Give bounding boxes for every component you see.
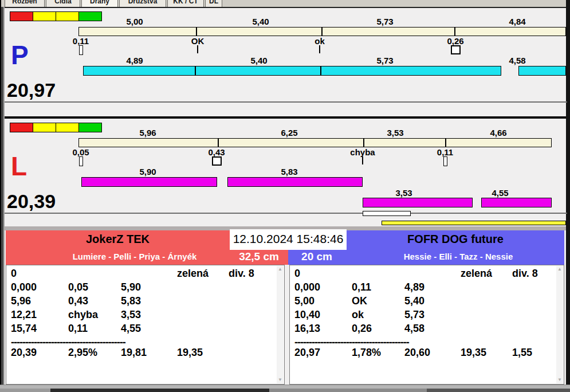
lane-l-bottom-line xyxy=(5,213,567,214)
planned-splits-ruler xyxy=(78,27,566,36)
result-cell: 0,43 xyxy=(68,295,88,307)
result-cell: 0 xyxy=(11,268,17,280)
tab-strip: RozbehCidlaDráhyDruzstvaKK / CTDL xyxy=(0,0,570,8)
team-left-subheader: Lumiere - Pelli - Priya - Árnyék 32,5 cm xyxy=(6,250,288,265)
run-split-label: 4,58 xyxy=(509,56,525,65)
list-scrollbar[interactable]: ▲▼ xyxy=(277,266,284,383)
mark-box-marker xyxy=(212,156,222,166)
result-cell: chyba xyxy=(68,309,98,321)
scroll-down-icon[interactable]: ▼ xyxy=(277,377,284,383)
ruler-tick xyxy=(454,28,455,36)
datetime-box: 12.10.2024 15:48:46 xyxy=(230,229,347,250)
start-light-indicator xyxy=(56,123,79,132)
run-time-bar xyxy=(321,66,501,76)
bottom-edge-mid xyxy=(269,389,427,392)
result-cell: 15,74 xyxy=(11,323,37,335)
mark-tick-marker xyxy=(362,156,363,164)
result-cell: zelená xyxy=(177,268,209,280)
team-right-jump-height: 20 cm xyxy=(301,250,332,263)
scroll-down-icon[interactable]: ▼ xyxy=(556,377,563,383)
result-total-cell: 20,60 xyxy=(404,347,430,359)
datetime-text: 12.10.2024 15:48:46 xyxy=(233,232,344,245)
run-split-label: 5,90 xyxy=(139,167,156,177)
tab-dl[interactable]: DL xyxy=(205,0,222,7)
tab-rozbeh[interactable]: Rozbeh xyxy=(5,0,45,7)
run-split-label: 5,40 xyxy=(250,56,267,65)
team-right-members: Hessie - Elli - Tazz - Nessie xyxy=(404,252,513,261)
lane-letter-l: L xyxy=(11,153,27,179)
results-list-left[interactable]: 0zelenádiv. 80,0000,055,905,960,435,8312… xyxy=(6,265,285,385)
planned-split-label: 6,25 xyxy=(281,128,297,138)
result-total-cell: 19,35 xyxy=(177,347,203,359)
team-right-header: FOFR DOG future xyxy=(347,230,564,250)
scroll-up-icon[interactable]: ▲ xyxy=(556,266,563,273)
mark-label: 0,26 xyxy=(447,36,463,46)
result-cell: 5,90 xyxy=(121,281,141,293)
result-cell: div. 8 xyxy=(229,268,254,280)
result-cell: 4,89 xyxy=(404,281,424,293)
result-total-cell: 1,78% xyxy=(352,347,381,359)
tab-dr-hy[interactable]: Dráhy xyxy=(81,0,118,7)
team-left-title: JokerZ TEK xyxy=(86,233,150,246)
result-cell: 5,83 xyxy=(121,295,141,307)
run-split-label: 4,89 xyxy=(126,56,143,65)
result-total-cell: 1,55 xyxy=(512,347,532,359)
planned-split-label: 4,66 xyxy=(490,128,506,138)
bottom-edge-dark xyxy=(50,389,269,392)
result-cell: 5,00 xyxy=(294,295,315,307)
results-list-right[interactable]: 0zelenádiv. 80,0000,114,895,00OK5,4010,4… xyxy=(289,265,564,385)
result-total-cell: 19,35 xyxy=(461,347,486,359)
bottom-edge-left xyxy=(0,389,50,392)
flyball-timing-window: RozbehCidlaDráhyDruzstvaKK / CTDL 5,005,… xyxy=(0,0,570,392)
planned-split-label: 3,53 xyxy=(387,128,403,138)
result-cell: 0,000 xyxy=(294,281,320,293)
list-scrollbar[interactable]: ▲▼ xyxy=(556,266,563,383)
rerun-time-bar xyxy=(363,198,473,207)
mark-tick-marker xyxy=(197,45,198,53)
mark-label: 0,43 xyxy=(208,147,225,157)
lane-letter-p: P xyxy=(11,42,29,68)
result-cell: OK xyxy=(352,295,367,307)
rerun-split-label: 3,53 xyxy=(395,188,412,198)
mark-label: OK xyxy=(191,36,205,46)
mark-label: chyba xyxy=(350,147,375,157)
lane-panel-l: 5,966,253,534,660,050,43chyba0,115,905,8… xyxy=(0,119,570,214)
lane-total-time: 20,39 xyxy=(7,191,56,211)
bottom-yellow-progress-bar xyxy=(382,221,566,225)
result-cell: 16,13 xyxy=(294,323,320,335)
mark-box-marker xyxy=(451,45,461,54)
tab-druzstva[interactable]: Druzstva xyxy=(119,0,166,7)
lane-l-partial-white-bar xyxy=(363,211,411,216)
team-right-subheader: 20 cm Hessie - Elli - Tazz - Nessie xyxy=(288,250,564,265)
mark-tick-marker xyxy=(319,45,320,53)
lane-p-bottom-line xyxy=(5,101,567,103)
ruler-tick xyxy=(363,139,364,147)
result-total-cell: 20,97 xyxy=(294,347,320,359)
rerun-time-bar xyxy=(481,198,552,207)
run-time-bar xyxy=(83,66,195,76)
mark-slim-marker xyxy=(443,156,447,166)
result-cell: 12,21 xyxy=(11,309,37,321)
result-cell: 0,11 xyxy=(68,323,88,335)
result-cell: 0,26 xyxy=(352,323,372,335)
tab-cidla[interactable]: Cidla xyxy=(46,0,80,7)
start-light-indicator xyxy=(56,11,79,21)
scroll-up-icon[interactable]: ▲ xyxy=(277,266,284,273)
result-cell: 10,40 xyxy=(294,309,320,321)
run-split-label: 5,73 xyxy=(376,56,393,65)
result-cell: 4,55 xyxy=(121,323,141,335)
run-time-bar xyxy=(81,177,217,187)
team-right-title: FOFR DOG future xyxy=(407,233,504,246)
tab-kk-ct[interactable]: KK / CT xyxy=(167,0,204,7)
result-cell: 0,11 xyxy=(352,281,371,293)
ruler-tick xyxy=(445,139,446,147)
bottom-edge-right xyxy=(427,389,570,392)
ruler-tick xyxy=(196,28,197,36)
start-light-indicator xyxy=(78,123,102,132)
result-cell: zelená xyxy=(461,268,492,280)
result-cell: 4,58 xyxy=(404,323,424,335)
start-light-indicator xyxy=(33,11,56,21)
result-cell: 5,40 xyxy=(404,295,424,307)
result-cell: ok xyxy=(352,309,364,321)
start-light-indicator xyxy=(78,11,102,21)
